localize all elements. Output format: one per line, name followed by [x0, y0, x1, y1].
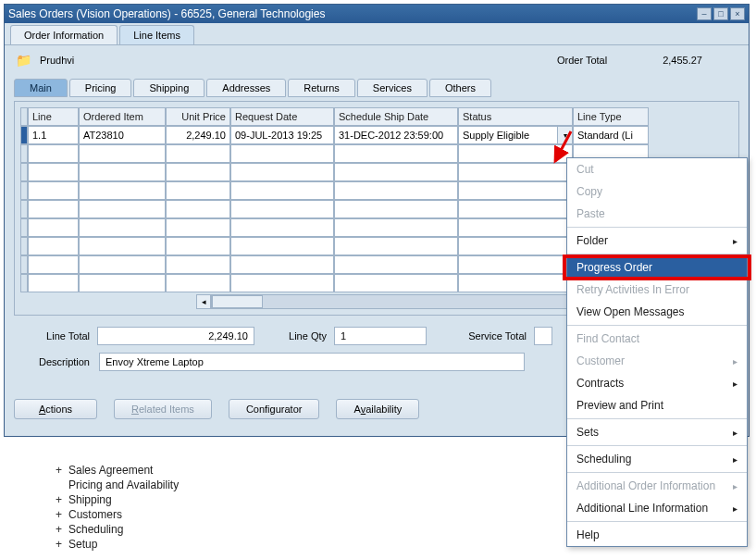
- cm-separator: [567, 254, 747, 255]
- cm-paste: Paste: [567, 203, 747, 225]
- cm-folder[interactable]: Folder▸: [567, 230, 747, 252]
- cm-additional-order-info: Additional Order Information▸: [567, 475, 747, 497]
- chevron-right-icon: ▸: [733, 379, 737, 389]
- chevron-right-icon: ▸: [733, 236, 737, 246]
- maximize-icon[interactable]: □: [713, 7, 728, 20]
- actions-button[interactable]: Actions: [14, 399, 97, 419]
- configurator-button[interactable]: Configurator: [229, 399, 320, 419]
- context-menu: Cut Copy Paste Folder▸ Progress Order Re…: [566, 157, 748, 547]
- status-dropdown-icon[interactable]: ▾: [557, 127, 572, 143]
- col-header-line[interactable]: Line: [28, 107, 79, 126]
- availability-button[interactable]: Availability: [336, 399, 419, 419]
- chevron-right-icon: ▸: [733, 503, 737, 514]
- service-total-label: Service Total: [434, 330, 527, 342]
- window-controls: – □ ×: [697, 7, 745, 20]
- related-items-button: Related Items: [114, 399, 212, 419]
- description-label: Description: [14, 356, 90, 367]
- col-header-request-date[interactable]: Request Date: [230, 107, 334, 126]
- minimize-icon[interactable]: –: [697, 7, 712, 20]
- col-header-line-type[interactable]: Line Type: [573, 107, 649, 126]
- subtab-shipping[interactable]: Shipping: [133, 79, 204, 97]
- close-icon[interactable]: ×: [730, 7, 745, 20]
- cm-separator: [567, 418, 747, 419]
- subtab-addresses[interactable]: Addresses: [206, 79, 286, 97]
- tree-item-shipping[interactable]: +Shipping: [56, 492, 179, 507]
- tab-order-information[interactable]: Order Information: [10, 25, 118, 44]
- titlebar: Sales Orders (Vision Operations) - 66525…: [5, 5, 749, 23]
- subtab-others[interactable]: Others: [429, 79, 491, 97]
- scroll-left-icon[interactable]: ◂: [196, 294, 211, 309]
- cm-separator: [567, 521, 747, 522]
- subtab-main[interactable]: Main: [14, 79, 68, 97]
- grid-row-1[interactable]: 1.1 AT23810 2,249.10 09-JUL-2013 19:25 3…: [20, 126, 733, 144]
- tree-item-sales-agreement[interactable]: +Sales Agreement: [56, 463, 179, 478]
- tree-item-scheduling[interactable]: +Scheduling: [56, 522, 179, 537]
- cm-cut: Cut: [567, 158, 747, 180]
- scroll-track[interactable]: [211, 294, 570, 309]
- cm-separator: [567, 472, 747, 473]
- cm-separator: [567, 445, 747, 446]
- window-title: Sales Orders (Vision Operations) - 66525…: [8, 7, 697, 20]
- chevron-right-icon: ▸: [733, 454, 737, 465]
- navigator-tree: +Sales Agreement Pricing and Availabilit…: [56, 463, 179, 552]
- col-header-unit-price[interactable]: Unit Price: [166, 107, 230, 126]
- cm-separator: [567, 325, 747, 326]
- folder-icon[interactable]: 📁: [14, 53, 32, 68]
- cm-scheduling[interactable]: Scheduling▸: [567, 448, 747, 470]
- line-qty-label: Line Qty: [262, 330, 327, 342]
- col-header-status[interactable]: Status: [458, 107, 573, 126]
- col-header-ordered-item[interactable]: Ordered Item: [79, 107, 166, 126]
- cell-request-date[interactable]: 09-JUL-2013 19:25: [230, 126, 334, 144]
- chevron-right-icon: ▸: [733, 481, 737, 491]
- cm-sets[interactable]: Sets▸: [567, 421, 747, 443]
- col-header-schedule-ship-date[interactable]: Schedule Ship Date: [334, 107, 458, 126]
- service-total-field: [534, 327, 552, 345]
- cm-contracts[interactable]: Contracts▸: [567, 372, 747, 394]
- cell-schedule-ship-date[interactable]: 31-DEC-2012 23:59:00: [334, 126, 458, 144]
- tree-item-setup[interactable]: +Setup: [56, 537, 179, 552]
- cell-ordered-item[interactable]: AT23810: [79, 126, 166, 144]
- cm-separator: [567, 227, 747, 228]
- cm-help[interactable]: Help: [567, 524, 747, 546]
- order-total-label: Order Total: [557, 55, 607, 66]
- row-selector-header: [20, 107, 28, 126]
- grid-header-row: Line Ordered Item Unit Price Request Dat…: [20, 107, 733, 126]
- description-field: Envoy Xtreme Laptop: [99, 353, 525, 371]
- cm-additional-line-info[interactable]: Additional Line Information▸: [567, 497, 747, 519]
- cm-customer: Customer▸: [567, 350, 747, 372]
- cm-copy: Copy: [567, 180, 747, 203]
- cm-find-contact: Find Contact: [567, 328, 747, 350]
- chevron-right-icon: ▸: [733, 356, 737, 366]
- cell-status-text: Supply Eligible: [463, 130, 529, 141]
- chevron-right-icon: ▸: [733, 428, 737, 438]
- header-row: 📁 Prudhvi Order Total 2,455.27: [14, 53, 739, 68]
- cell-line-type[interactable]: Standard (Li: [573, 126, 649, 144]
- line-total-field: 2,249.10: [97, 327, 254, 345]
- top-tabstrip: Order Information Line Items: [5, 23, 749, 45]
- line-total-label: Line Total: [14, 330, 90, 342]
- tree-item-pricing[interactable]: Pricing and Availability: [56, 478, 179, 492]
- cm-retry-activities: Retry Activities In Error: [567, 279, 747, 301]
- grid-horizontal-scrollbar[interactable]: ◂ ▸: [196, 294, 585, 309]
- cm-view-open-messages[interactable]: View Open Messages: [567, 301, 747, 323]
- subtab-returns[interactable]: Returns: [288, 79, 355, 97]
- scroll-thumb[interactable]: [212, 295, 263, 308]
- cell-line[interactable]: 1.1: [28, 126, 79, 144]
- row-selector[interactable]: [20, 126, 28, 144]
- order-total-value: 2,455.27: [663, 55, 702, 66]
- folder-name: Prudhvi: [40, 55, 557, 66]
- cm-preview-and-print[interactable]: Preview and Print: [567, 394, 747, 416]
- cell-status[interactable]: Supply Eligible ▾: [458, 126, 573, 144]
- tab-line-items[interactable]: Line Items: [119, 25, 194, 44]
- tree-item-customers[interactable]: +Customers: [56, 507, 179, 522]
- subtab-pricing[interactable]: Pricing: [69, 79, 132, 97]
- line-qty-field: 1: [334, 327, 427, 345]
- sub-tabstrip: Main Pricing Shipping Addresses Returns …: [14, 79, 739, 97]
- subtab-services[interactable]: Services: [357, 79, 428, 97]
- cell-unit-price[interactable]: 2,249.10: [166, 126, 230, 144]
- cm-progress-order[interactable]: Progress Order: [567, 256, 747, 279]
